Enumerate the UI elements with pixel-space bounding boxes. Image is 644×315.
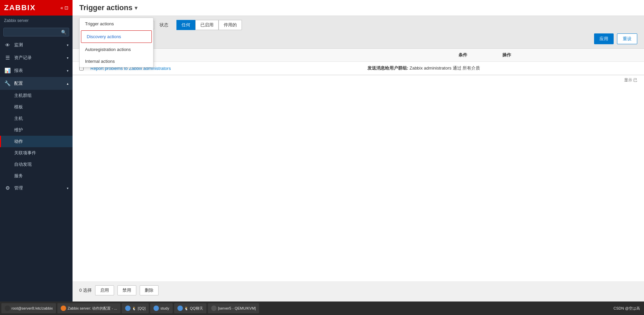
sidebar-item-admin[interactable]: ⚙ 管理 ▾ <box>0 182 73 194</box>
reset-button[interactable]: 重设 <box>617 33 637 44</box>
taskbar-item-zabbix[interactable]: Zabbix server: 动作的配置 - ... <box>57 303 120 313</box>
collapse-icon[interactable]: « <box>60 5 63 10</box>
title-chevron-icon: ▾ <box>135 5 137 11</box>
page-title-dropdown-button[interactable]: Trigger actions ▾ <box>79 3 137 12</box>
status-btn-enabled[interactable]: 已启用 <box>195 20 219 30</box>
monitoring-icon: 👁 <box>4 42 11 48</box>
logo-text: ZABBIX <box>4 3 36 12</box>
sidebar-item-services[interactable]: 服务 <box>0 170 73 182</box>
assets-arrow: ▾ <box>67 56 68 60</box>
status-group: 任何 已启用 停用的 <box>176 20 242 30</box>
assets-icon: ☰ <box>4 55 11 61</box>
admin-label: 管理 <box>14 185 23 191</box>
sidebar-item-correlations[interactable]: 关联项事件 <box>0 147 73 159</box>
logo-icons: « ⊡ <box>60 5 68 10</box>
filter-row: 名称 状态 任何 已启用 停用的 <box>79 20 637 30</box>
server5-icon <box>211 306 217 311</box>
assets-label: 资产记录 <box>14 55 32 61</box>
filter-bar: 名称 状态 任何 已启用 停用的 应用 重设 <box>73 16 644 49</box>
action-type-dropdown: Trigger actions Discovery actions Autore… <box>79 18 153 68</box>
admin-icon: ⚙ <box>4 185 11 191</box>
config-label: 配置 <box>14 80 23 86</box>
search-icon: 🔍 <box>61 30 66 35</box>
correlations-label: 关联项事件 <box>14 150 36 156</box>
monitoring-arrow: ▾ <box>67 43 68 47</box>
sidebar-item-templates[interactable]: 模板 <box>0 101 73 113</box>
zabbix-icon <box>61 306 66 311</box>
config-arrow: ▴ <box>67 82 68 85</box>
bottom-actions-bar: 0 选择 启用 禁用 删除 <box>73 281 644 299</box>
col-conditions-header: 条件 <box>458 52 499 58</box>
study-icon <box>153 306 159 311</box>
hosts-label: 主机 <box>14 115 23 122</box>
sidebar-item-actions[interactable]: 动作 <box>0 136 73 147</box>
sidebar-item-config[interactable]: 🔧 配置 ▴ <box>0 77 73 90</box>
taskbar-item-qqchat[interactable]: 🐧 QQ聊天 <box>174 303 206 313</box>
templates-label: 模板 <box>14 104 23 110</box>
taskbar-item-study[interactable]: study <box>150 303 172 313</box>
col-operations-header: 操作 <box>502 52 637 58</box>
dropdown-item-trigger[interactable]: Trigger actions <box>80 18 153 30</box>
taskbar-right-text: CSDN @空は高 <box>614 306 643 311</box>
autodiscovery-label: 自动发现 <box>14 161 32 167</box>
taskbar-item-server5[interactable]: [server5 - QEMU/KVM] <box>208 303 259 313</box>
delete-button[interactable]: 删除 <box>140 285 159 295</box>
sidebar: ZABBIX « ⊡ Zabbix server 🔍 👁 监测 ▾ ☰ 资产记录… <box>0 0 73 315</box>
actions-table: 名称 ▲ 条件 操作 Report problems to Zabbix adm… <box>73 49 644 281</box>
sidebar-item-reports[interactable]: 📊 报表 ▾ <box>0 64 73 77</box>
sidebar-item-maintenance[interactable]: 维护 <box>0 124 73 136</box>
selection-count: 0 选择 <box>79 287 92 293</box>
search-area: 🔍 <box>3 28 69 36</box>
sidebar-item-monitoring[interactable]: 👁 监测 ▾ <box>0 38 73 51</box>
search-input[interactable] <box>3 28 69 36</box>
taskbar: root@server8:/etc/zabbix Zabbix server: … <box>0 301 644 315</box>
table-row: Report problems to Zabbix administrators… <box>73 62 644 75</box>
taskbar-item-terminal[interactable]: root@server8:/etc/zabbix <box>1 303 56 313</box>
action-operations: 发送消息给用户群组: Zabbix administrators 通过 所有介质 <box>367 65 637 71</box>
qq-icon <box>125 306 131 311</box>
hostgroups-label: 主机群组 <box>14 93 32 99</box>
expand-icon[interactable]: ⊡ <box>64 5 68 10</box>
server-name: Zabbix server <box>0 16 73 26</box>
maintenance-label: 维护 <box>14 127 23 133</box>
dropdown-item-internal[interactable]: Internal actions <box>80 55 153 67</box>
status-filter-label: 状态 <box>160 22 168 28</box>
disable-button[interactable]: 禁用 <box>117 285 136 295</box>
sidebar-nav: 👁 监测 ▾ ☰ 资产记录 ▾ 📊 报表 ▾ 🔧 配置 ▴ 主机群组 模板 主机 <box>0 38 73 315</box>
enable-button[interactable]: 启用 <box>95 285 114 295</box>
filter-actions: 应用 重设 <box>79 33 637 44</box>
page-title: Trigger actions <box>79 3 133 12</box>
apply-button[interactable]: 应用 <box>594 33 614 44</box>
sidebar-item-hosts[interactable]: 主机 <box>0 113 73 124</box>
services-label: 服务 <box>14 173 23 179</box>
status-btn-disabled[interactable]: 停用的 <box>219 20 242 30</box>
sidebar-item-autodiscovery[interactable]: 自动发现 <box>0 159 73 170</box>
main-content: Trigger actions ▾ Trigger actions Discov… <box>73 0 644 315</box>
logo-area: ZABBIX « ⊡ <box>0 0 73 16</box>
display-info: 显示 已 <box>73 75 644 85</box>
sidebar-item-assets[interactable]: ☰ 资产记录 ▾ <box>0 51 73 64</box>
dropdown-item-discovery[interactable]: Discovery actions <box>81 30 152 43</box>
reports-arrow: ▾ <box>67 69 68 73</box>
taskbar-item-qq[interactable]: 🐧 [QQ] <box>122 303 149 313</box>
dropdown-item-autoregistration[interactable]: Autoregistration actions <box>80 44 153 55</box>
monitoring-label: 监测 <box>14 42 23 48</box>
reports-label: 报表 <box>14 68 23 74</box>
table-header: 名称 ▲ 条件 操作 <box>73 49 644 62</box>
page-header: Trigger actions ▾ Trigger actions Discov… <box>73 0 644 16</box>
terminal-icon <box>5 306 10 311</box>
actions-label: 动作 <box>14 138 23 145</box>
admin-arrow: ▾ <box>67 186 68 190</box>
reports-icon: 📊 <box>4 68 11 74</box>
config-icon: 🔧 <box>4 80 11 86</box>
status-btn-any[interactable]: 任何 <box>176 20 195 30</box>
qqchat-icon <box>177 306 183 311</box>
sidebar-item-hostgroups[interactable]: 主机群组 <box>0 90 73 101</box>
